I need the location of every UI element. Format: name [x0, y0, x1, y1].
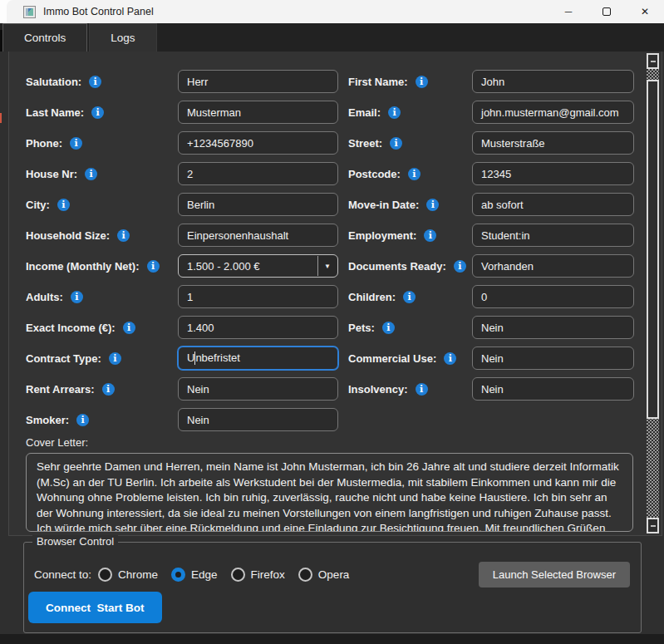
info-icon[interactable]: i — [403, 291, 416, 303]
city-label: City:i — [26, 193, 178, 216]
commercial-use-input[interactable]: Nein — [472, 347, 634, 370]
app-window: Immo Bot Control Panel ─ ✕ Controls Logs… — [0, 0, 664, 644]
email-input[interactable]: john.musterman@gmail.com — [472, 101, 634, 124]
contract-type-value: Unbefristet — [187, 351, 240, 366]
info-icon[interactable]: i — [424, 229, 436, 242]
pets-input[interactable]: Nein — [472, 316, 634, 339]
radio-opera[interactable]: Opera — [298, 568, 350, 582]
household-size-label: Household Size:i — [26, 224, 178, 247]
household-size-input[interactable]: Einpersonenhaushalt — [178, 224, 338, 247]
radio-icon-edge[interactable] — [171, 568, 185, 582]
vertical-scrollbar[interactable] — [647, 53, 659, 533]
info-icon[interactable]: i — [444, 352, 456, 365]
info-icon[interactable]: i — [70, 137, 82, 150]
move-in-date-value: ab sofort — [481, 199, 524, 211]
city-input[interactable]: Berlin — [178, 193, 338, 216]
move-in-date-input[interactable]: ab sofort — [472, 193, 634, 216]
smoker-input[interactable]: Nein — [178, 408, 338, 431]
launch-selected-browser-button[interactable]: Launch Selected Browser — [479, 562, 630, 587]
app-icon — [23, 6, 36, 18]
cover-letter-text: Sehr geehrte Damen und Herren, mein Name… — [37, 460, 622, 532]
info-icon[interactable]: i — [454, 260, 466, 273]
radio-icon-firefox[interactable] — [231, 568, 245, 582]
salutation-label-text: Salutation: — [26, 76, 81, 88]
contract-type-input[interactable]: Unbefristet — [178, 347, 338, 370]
house-nr-label: House Nr:i — [26, 162, 178, 185]
first-name-input[interactable]: John — [472, 70, 634, 93]
smoker-label-text: Smoker: — [26, 414, 69, 426]
move-in-date-label: Move-in Date:i — [348, 193, 472, 216]
postcode-input[interactable]: 12345 — [472, 162, 634, 185]
tab-logs[interactable]: Logs — [89, 23, 156, 52]
street-value: Musterstraße — [481, 137, 545, 150]
children-label-text: Children: — [348, 291, 396, 303]
scrollbar-up-button[interactable] — [647, 53, 659, 69]
browser-control-legend: Browser Control — [32, 535, 118, 548]
info-icon[interactable]: i — [89, 76, 101, 88]
radio-icon-chrome[interactable] — [98, 568, 112, 582]
house-nr-input[interactable]: 2 — [178, 162, 338, 185]
radio-icon-opera[interactable] — [298, 568, 312, 582]
info-icon[interactable]: i — [123, 322, 135, 334]
smoker-label: Smoker:i — [26, 408, 178, 431]
last-name-input[interactable]: Musterman — [178, 101, 338, 124]
email-label: Email:i — [348, 101, 472, 124]
info-icon[interactable]: i — [109, 352, 121, 365]
street-input[interactable]: Musterstraße — [472, 131, 634, 155]
info-icon[interactable]: i — [76, 414, 89, 426]
postcode-label-text: Postcode: — [348, 168, 401, 180]
info-icon[interactable]: i — [388, 106, 401, 119]
cover-letter-label: Cover Letter: — [26, 436, 662, 449]
exact-income-value: 1.400 — [187, 322, 214, 334]
phone-label: Phone:i — [26, 131, 178, 155]
radio-firefox[interactable]: Firefox — [231, 568, 285, 582]
phone-input[interactable]: +1234567890 — [178, 131, 338, 155]
income-monthly-net-select[interactable]: 1.500 - 2.000 €▼ — [178, 254, 338, 278]
info-icon[interactable]: i — [147, 260, 160, 273]
info-icon[interactable]: i — [117, 229, 130, 242]
info-icon[interactable]: i — [416, 383, 428, 396]
minimize-button[interactable]: ─ — [549, 0, 588, 23]
employment-input[interactable]: Student:in — [472, 224, 634, 247]
info-icon[interactable]: i — [390, 137, 402, 150]
info-icon[interactable]: i — [91, 106, 104, 119]
radio-chrome[interactable]: Chrome — [98, 568, 158, 582]
rent-arrears-input[interactable]: Nein — [178, 377, 338, 401]
tab-controls[interactable]: Controls — [2, 23, 87, 52]
adults-input[interactable]: 1 — [178, 285, 338, 308]
exact-income-input[interactable]: 1.400 — [178, 316, 338, 339]
info-icon[interactable]: i — [102, 383, 115, 396]
info-icon[interactable]: i — [426, 199, 439, 211]
info-icon[interactable]: i — [71, 291, 83, 303]
children-input[interactable]: 0 — [472, 285, 634, 308]
info-icon[interactable]: i — [408, 168, 421, 180]
first-name-label: First Name:i — [348, 70, 472, 93]
cover-letter-textarea[interactable]: Sehr geehrte Damen und Herren, mein Name… — [26, 453, 633, 532]
insolvency-value: Nein — [481, 383, 504, 396]
move-in-date-label-text: Move-in Date: — [348, 199, 419, 211]
info-icon[interactable]: i — [416, 76, 428, 88]
street-label: Street:i — [348, 131, 472, 155]
window-controls: ─ ✕ — [549, 0, 664, 23]
window-bottom-edge — [0, 634, 664, 644]
salutation-value: Herr — [187, 76, 208, 88]
info-icon[interactable]: i — [382, 322, 395, 334]
exact-income-label-text: Exact Income (€): — [26, 322, 116, 334]
maximize-button[interactable] — [588, 0, 626, 23]
insolvency-input[interactable]: Nein — [472, 377, 634, 401]
scrollbar-down-button[interactable] — [647, 518, 659, 533]
pets-label-text: Pets: — [348, 322, 375, 334]
dropdown-arrow-icon[interactable]: ▼ — [317, 256, 337, 276]
info-icon[interactable]: i — [57, 199, 70, 211]
salutation-input[interactable]: Herr — [178, 70, 338, 93]
postcode-value: 12345 — [481, 168, 511, 180]
connect-start-bot-button[interactable]: Connect Start Bot — [28, 592, 162, 623]
radio-edge[interactable]: Edge — [171, 568, 218, 582]
scrollbar-thumb[interactable] — [647, 80, 659, 419]
employment-label-text: Employment: — [348, 229, 416, 242]
info-icon[interactable]: i — [85, 168, 97, 180]
radio-label-opera: Opera — [318, 568, 350, 581]
radio-label-chrome: Chrome — [118, 568, 158, 581]
documents-ready-input[interactable]: Vorhanden — [472, 254, 634, 278]
close-button[interactable]: ✕ — [626, 0, 664, 23]
